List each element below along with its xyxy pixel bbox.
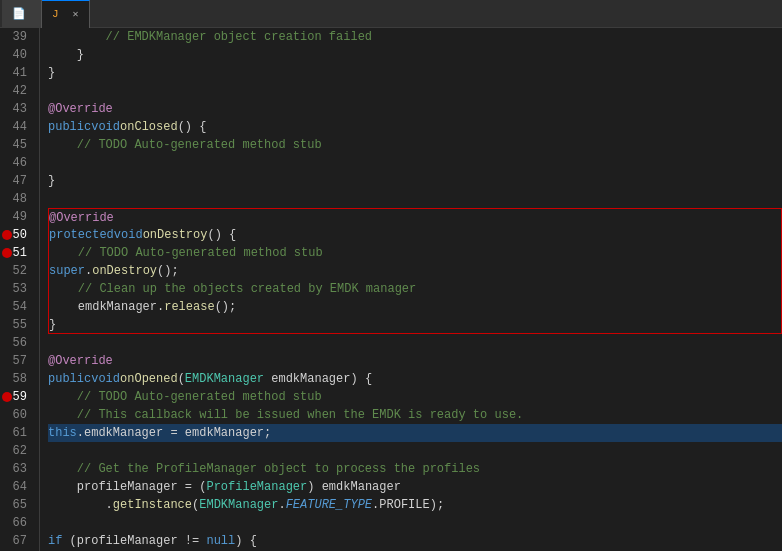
code-line: @Override <box>48 352 782 370</box>
breakpoint-icon <box>2 230 12 240</box>
code-line: protected void onDestroy() { <box>48 226 782 244</box>
gutter-line: 44 <box>0 118 33 136</box>
code-line <box>48 154 782 172</box>
code-line: // TODO Auto-generated method stub <box>48 388 782 406</box>
gutter-line: 65 <box>0 496 33 514</box>
gutter-line: 46 <box>0 154 33 172</box>
code-line: } <box>48 316 782 334</box>
code-line: @Override <box>48 208 782 226</box>
code-line: public void onOpened(EMDKManager emdkMan… <box>48 370 782 388</box>
code-line: profileManager = (ProfileManager) emdkMa… <box>48 478 782 496</box>
gutter-line: 64 <box>0 478 33 496</box>
code-line: if (profileManager != null) { <box>48 532 782 550</box>
code-line <box>48 190 782 208</box>
code-line: } <box>48 172 782 190</box>
tab-close-button[interactable]: ✕ <box>73 8 79 20</box>
code-line <box>48 82 782 100</box>
gutter-line: 47 <box>0 172 33 190</box>
tab-manifest[interactable]: 📄 <box>2 0 42 28</box>
code-line: .getInstance(EMDKManager.FEATURE_TYPE.PR… <box>48 496 782 514</box>
gutter-line: 67 <box>0 532 33 550</box>
gutter-line: 52 <box>0 262 33 280</box>
breakpoint-icon <box>2 392 12 402</box>
code-line: public void onClosed() { <box>48 118 782 136</box>
gutter-line: 45 <box>0 136 33 154</box>
code-line: } <box>48 46 782 64</box>
gutter-line: 40 <box>0 46 33 64</box>
gutter-line: 53 <box>0 280 33 298</box>
code-line <box>48 514 782 532</box>
code-line: this.emdkManager = emdkManager; <box>48 424 782 442</box>
gutter-line: 41 <box>0 64 33 82</box>
code-line: @Override <box>48 100 782 118</box>
code-line: // Clean up the objects created by EMDK … <box>48 280 782 298</box>
code-line: } <box>48 64 782 82</box>
gutter-line: 66 <box>0 514 33 532</box>
java-icon: J <box>52 8 59 20</box>
gutter-line: 42 <box>0 82 33 100</box>
gutter-line: 59 <box>0 388 33 406</box>
code-line: super.onDestroy(); <box>48 262 782 280</box>
breakpoint-icon <box>2 248 12 258</box>
gutter-line: 58 <box>0 370 33 388</box>
code-line: // Get the ProfileManager object to proc… <box>48 460 782 478</box>
tab-bar: 📄 J ✕ <box>0 0 782 28</box>
gutter-line: 55 <box>0 316 33 334</box>
code-line: emdkManager.release(); <box>48 298 782 316</box>
gutter-line: 63 <box>0 460 33 478</box>
code-area[interactable]: // EMDKManager object creation failed }}… <box>40 28 782 551</box>
gutter-line: 49 <box>0 208 33 226</box>
gutter-line: 56 <box>0 334 33 352</box>
gutter-line: 62 <box>0 442 33 460</box>
code-line: // EMDKManager object creation failed <box>48 28 782 46</box>
tab-main[interactable]: J ✕ <box>42 0 90 28</box>
gutter-line: 61 <box>0 424 33 442</box>
gutter-line: 60 <box>0 406 33 424</box>
gutter-line: 39 <box>0 28 33 46</box>
code-line <box>48 334 782 352</box>
gutter-line: 51 <box>0 244 33 262</box>
gutter-line: 43 <box>0 100 33 118</box>
line-numbers: 3940414243444546474849505152535455565758… <box>0 28 40 551</box>
code-line: // This callback will be issued when the… <box>48 406 782 424</box>
gutter-line: 50 <box>0 226 33 244</box>
gutter-line: 54 <box>0 298 33 316</box>
gutter-line: 57 <box>0 352 33 370</box>
code-line: // TODO Auto-generated method stub <box>48 136 782 154</box>
code-line <box>48 442 782 460</box>
editor: 3940414243444546474849505152535455565758… <box>0 28 782 551</box>
manifest-icon: 📄 <box>12 7 26 20</box>
gutter-line: 48 <box>0 190 33 208</box>
code-line: // TODO Auto-generated method stub <box>48 244 782 262</box>
